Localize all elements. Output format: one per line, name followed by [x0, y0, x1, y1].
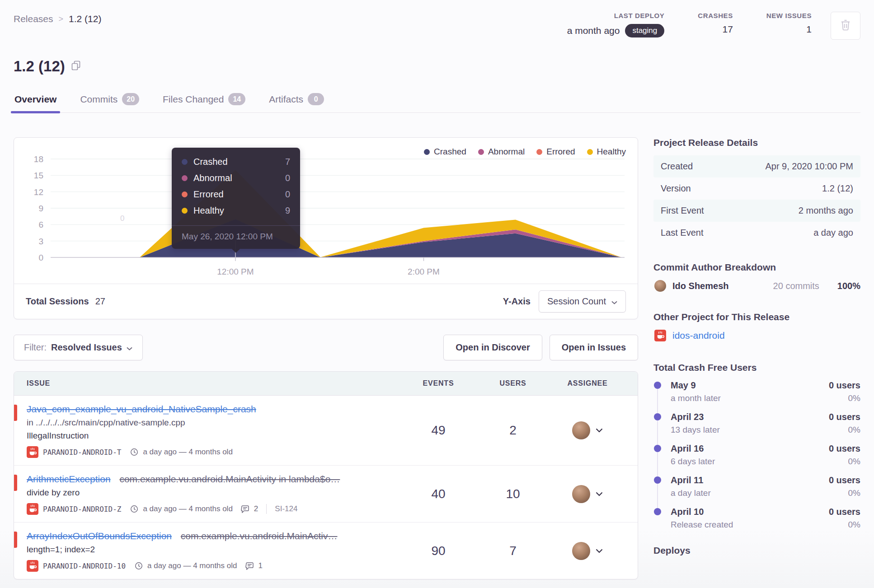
- project-slug: PARANOID-ANDROID-T: [43, 448, 121, 457]
- y-tick-label: 6: [38, 220, 43, 229]
- issue-detail: divide by zero: [27, 488, 395, 498]
- java-project-icon: [27, 503, 38, 515]
- other-project-heading: Other Project for This Release: [653, 312, 860, 322]
- delete-release-button[interactable]: [831, 12, 860, 40]
- issues-filter-select[interactable]: Filter: Resolved Issues: [14, 335, 143, 360]
- issue-title-link[interactable]: Java_com_example_vu_android_NativeSample…: [27, 404, 256, 414]
- issue-title-link[interactable]: ArithmeticException: [27, 474, 111, 484]
- assignee-avatar[interactable]: [572, 542, 590, 560]
- assignee-chevron-down-icon[interactable]: [596, 547, 603, 555]
- tab-label: Artifacts: [269, 94, 303, 105]
- legend-label: Abnormal: [488, 147, 525, 157]
- legend-item-errored[interactable]: Errored: [536, 147, 575, 157]
- legend-item-abnormal[interactable]: Abnormal: [478, 147, 525, 157]
- timeline-users: 0 users: [829, 507, 860, 517]
- zero-data-label: 0: [120, 214, 124, 223]
- tooltip-value: 7: [285, 157, 290, 167]
- issue-age: a day ago — 4 months old: [147, 561, 237, 570]
- other-project-link[interactable]: idos-android: [672, 330, 725, 341]
- page-header: Releases > 1.2 (12) LAST DEPLOY a month …: [14, 12, 860, 40]
- crash-free-heading: Total Crash Free Users: [653, 362, 860, 373]
- legend-item-healthy[interactable]: Healthy: [587, 147, 626, 157]
- assignee-chevron-down-icon[interactable]: [596, 490, 603, 498]
- issue-age: a day ago — 4 months old: [143, 504, 232, 513]
- author-avatar: [654, 280, 666, 292]
- issue-location: in ../../../../src/main/cpp/native-sampl…: [27, 418, 395, 428]
- open-in-issues-button[interactable]: Open in Issues: [550, 335, 638, 360]
- project-slug: PARANOID-ANDROID-Z: [43, 505, 121, 513]
- commit-breakdown-heading: Commit Author Breakdown: [653, 262, 860, 273]
- table-row: ArithmeticException com.example.vu.andro…: [14, 466, 638, 523]
- clock-icon: [130, 505, 138, 513]
- detail-row-created: Created Apr 9, 2020 10:00 PM: [653, 155, 860, 177]
- breadcrumb-chevron-icon: >: [59, 14, 64, 24]
- release-details-table: Created Apr 9, 2020 10:00 PM Version 1.2…: [653, 155, 860, 244]
- sessions-area-chart[interactable]: 0369121518012:00 PM2:00 PM: [25, 144, 628, 282]
- errored-dot-icon: [536, 149, 542, 155]
- tooltip-row-crashed: Crashed 7: [182, 157, 290, 167]
- tooltip-label: Abnormal: [193, 173, 279, 183]
- x-tick-label: 2:00 PM: [408, 267, 440, 276]
- error-level-bar: [14, 405, 17, 421]
- stat-new-issues: NEW ISSUES 1: [766, 12, 812, 35]
- release-sidebar: Project Release Details Created Apr 9, 2…: [653, 137, 860, 579]
- issues-table: ISSUE EVENTS USERS ASSIGNEE Java_com_exa…: [14, 371, 638, 579]
- tooltip-row-abnormal: Abnormal 0: [182, 173, 290, 183]
- issue-title-link[interactable]: ArrayIndexOutOfBoundsException: [27, 531, 172, 541]
- assignee-avatar[interactable]: [572, 421, 590, 439]
- chart-tooltip: Crashed 7 Abnormal 0 Errored: [172, 148, 300, 249]
- staging-badge: staging: [625, 24, 664, 37]
- stat-label: CRASHES: [698, 12, 733, 19]
- java-project-icon: [654, 330, 666, 341]
- sessions-chart[interactable]: CrashedAbnormalErroredHealthy 0369121518…: [14, 138, 638, 284]
- timeline-percent: 0%: [829, 488, 860, 498]
- issue-detail: length=1; index=2: [27, 545, 395, 555]
- timeline-dot-icon: [654, 413, 661, 420]
- last-deploy-value: a month ago: [567, 25, 620, 36]
- tab-label: Files Changed: [163, 94, 224, 105]
- sessions-chart-panel: CrashedAbnormalErroredHealthy 0369121518…: [14, 137, 638, 319]
- detail-row-last-event: Last Event a day ago: [653, 222, 860, 244]
- y-tick-label: 0: [38, 253, 43, 262]
- assignee-chevron-down-icon[interactable]: [596, 426, 603, 434]
- error-level-bar: [14, 532, 17, 548]
- column-events: EVENTS: [400, 379, 477, 387]
- new-issues-value: 1: [806, 24, 812, 35]
- detail-label: Created: [661, 161, 693, 172]
- tab-commits[interactable]: Commits 20: [79, 89, 140, 112]
- deploys-heading: Deploys: [653, 545, 860, 556]
- tab-badge: 20: [122, 93, 139, 105]
- legend-item-crashed[interactable]: Crashed: [424, 147, 466, 157]
- copy-version-icon[interactable]: [71, 61, 80, 72]
- abnormal-dot-icon: [478, 149, 484, 155]
- list-item: April 11 a day later 0 users0%: [653, 475, 860, 498]
- healthy-dot-icon: [587, 149, 593, 155]
- open-in-discover-button[interactable]: Open in Discover: [443, 335, 542, 360]
- java-project-icon: [27, 446, 38, 458]
- page-title: 1.2 (12): [14, 58, 65, 75]
- issue-users-count: 10: [477, 466, 549, 522]
- detail-label: Version: [661, 183, 691, 194]
- tooltip-value: 0: [285, 189, 290, 200]
- assignee-avatar[interactable]: [572, 485, 590, 503]
- tooltip-label: Healthy: [193, 205, 279, 216]
- detail-value: Apr 9, 2020 10:00 PM: [765, 161, 853, 172]
- timeline-dot-icon: [654, 508, 661, 515]
- issue-events-count: 49: [400, 396, 477, 465]
- meta-divider: [266, 504, 267, 514]
- breadcrumb-releases-link[interactable]: Releases: [14, 14, 53, 24]
- timeline-users: 0 users: [829, 412, 860, 422]
- table-row: ArrayIndexOutOfBoundsException com.examp…: [14, 523, 638, 579]
- list-item: April 10 Release created 0 users0%: [653, 507, 860, 530]
- yaxis-label: Y-Axis: [503, 296, 531, 307]
- comments-count: 1: [258, 561, 263, 570]
- yaxis-select[interactable]: Session Count: [539, 290, 626, 313]
- tab-label: Overview: [14, 94, 56, 105]
- tab-overview[interactable]: Overview: [14, 89, 57, 112]
- clock-icon: [135, 562, 143, 570]
- detail-row-first-event: First Event 2 months ago: [653, 200, 860, 222]
- release-details-heading: Project Release Details: [653, 137, 860, 148]
- tab-files-changed[interactable]: Files Changed 14: [162, 89, 246, 112]
- detail-label: Last Event: [661, 228, 704, 238]
- tab-artifacts[interactable]: Artifacts 0: [268, 89, 325, 112]
